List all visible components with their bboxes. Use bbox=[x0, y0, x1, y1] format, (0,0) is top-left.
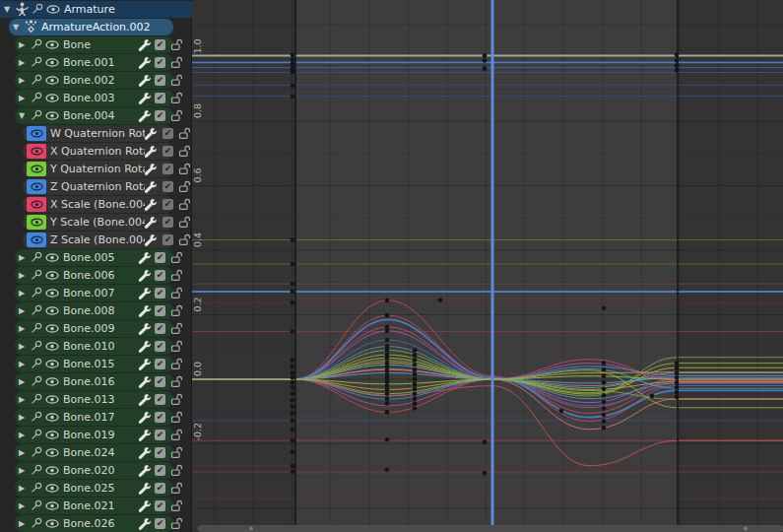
eye-icon[interactable] bbox=[45, 484, 59, 493]
pin-icon[interactable] bbox=[31, 38, 42, 50]
channel-row-bone[interactable]: ▶Bone.015✔ bbox=[15, 356, 173, 372]
channel-color-badge[interactable] bbox=[27, 162, 46, 176]
keyframe-dot[interactable] bbox=[385, 391, 390, 396]
eye-icon[interactable] bbox=[45, 413, 59, 422]
scrollbar-zoom-handle[interactable] bbox=[744, 527, 748, 531]
keyframe-dot[interactable] bbox=[385, 344, 390, 349]
mute-checkbox[interactable]: ✔ bbox=[155, 323, 165, 334]
lock-open-icon[interactable] bbox=[170, 340, 182, 353]
expand-icon[interactable]: ▶ bbox=[15, 306, 29, 315]
eye-icon[interactable] bbox=[31, 147, 43, 156]
modifier-wrench-icon[interactable] bbox=[138, 499, 151, 512]
keyframe-dot[interactable] bbox=[385, 371, 390, 376]
keyframe-dot[interactable] bbox=[675, 385, 680, 390]
keyframe-dot[interactable] bbox=[413, 353, 418, 358]
keyframe-dot[interactable] bbox=[483, 53, 488, 58]
keyframe-dot[interactable] bbox=[483, 66, 488, 71]
pin-icon[interactable] bbox=[31, 446, 42, 458]
modifier-wrench-icon[interactable] bbox=[138, 74, 151, 87]
keyframe-dot[interactable] bbox=[385, 325, 390, 330]
channel-color-badge[interactable] bbox=[27, 126, 46, 141]
channel-row-bone[interactable]: ▼Bone.004✔ bbox=[15, 107, 173, 124]
keyframe-dot[interactable] bbox=[602, 426, 607, 431]
channel-row-bone[interactable]: ▶Bone.025✔ bbox=[15, 480, 173, 497]
keyframe-dot[interactable] bbox=[385, 396, 390, 401]
modifier-wrench-icon[interactable] bbox=[138, 375, 151, 388]
keyframe-dot[interactable] bbox=[291, 262, 295, 267]
keyframe-dot[interactable] bbox=[675, 58, 680, 63]
keyframe-dot[interactable] bbox=[602, 361, 607, 366]
keyframe-dot[interactable] bbox=[291, 282, 295, 287]
lock-open-icon[interactable] bbox=[170, 109, 182, 122]
channel-row-fcurve[interactable]: Z Quaternion Rotation✔ bbox=[23, 178, 173, 195]
eye-icon[interactable] bbox=[45, 271, 59, 280]
keyframe-dot[interactable] bbox=[413, 358, 418, 363]
keyframe-dot[interactable] bbox=[385, 361, 390, 366]
channel-color-badge[interactable] bbox=[27, 215, 46, 230]
expand-icon[interactable]: ▶ bbox=[15, 76, 29, 85]
keyframe-dot[interactable] bbox=[675, 370, 680, 375]
expand-icon[interactable]: ▶ bbox=[15, 484, 29, 493]
keyframe-dot[interactable] bbox=[385, 368, 390, 373]
pin-icon[interactable] bbox=[31, 411, 42, 423]
modifier-wrench-icon[interactable] bbox=[144, 216, 157, 229]
keyframe-dot[interactable] bbox=[291, 449, 295, 454]
keyframe-dot[interactable] bbox=[291, 391, 295, 396]
keyframe-dot[interactable] bbox=[413, 391, 418, 396]
keyframe-dot[interactable] bbox=[602, 380, 607, 385]
expand-icon[interactable]: ▶ bbox=[15, 466, 29, 475]
lock-open-icon[interactable] bbox=[170, 38, 182, 51]
mute-checkbox[interactable]: ✔ bbox=[155, 75, 165, 86]
mute-checkbox[interactable]: ✔ bbox=[155, 412, 165, 423]
keyframe-dot[interactable] bbox=[602, 393, 607, 398]
keyframe-dot[interactable] bbox=[291, 53, 295, 58]
channel-row-bone[interactable]: ▶Bone.001✔ bbox=[15, 54, 173, 71]
mute-checkbox[interactable]: ✔ bbox=[155, 39, 165, 50]
keyframe-dot[interactable] bbox=[291, 411, 295, 416]
mute-checkbox[interactable]: ✔ bbox=[155, 93, 165, 103]
mute-checkbox[interactable]: ✔ bbox=[163, 146, 173, 157]
lock-open-icon[interactable] bbox=[178, 163, 190, 175]
eye-icon[interactable] bbox=[45, 377, 59, 386]
channel-row-bone[interactable]: ▶Bone.026✔ bbox=[15, 515, 173, 532]
keyframe-dot[interactable] bbox=[291, 419, 295, 424]
eye-icon[interactable] bbox=[45, 431, 59, 439]
channel-row-bone[interactable]: ▶Bone✔ bbox=[15, 36, 173, 53]
mute-checkbox[interactable]: ✔ bbox=[155, 252, 165, 263]
pin-icon[interactable] bbox=[31, 269, 42, 281]
lock-open-icon[interactable] bbox=[178, 216, 190, 229]
pin-icon[interactable] bbox=[31, 74, 42, 86]
expand-icon[interactable]: ▶ bbox=[15, 253, 29, 262]
pin-icon[interactable] bbox=[31, 499, 42, 511]
lock-open-icon[interactable] bbox=[178, 180, 190, 193]
lock-open-icon[interactable] bbox=[170, 74, 182, 87]
mute-checkbox[interactable]: ✔ bbox=[163, 181, 173, 192]
mute-checkbox[interactable]: ✔ bbox=[163, 199, 173, 210]
modifier-wrench-icon[interactable] bbox=[138, 56, 151, 69]
pin-icon[interactable] bbox=[31, 340, 42, 352]
mute-checkbox[interactable]: ✔ bbox=[155, 500, 165, 511]
pin-icon[interactable] bbox=[31, 251, 42, 263]
keyframe-dot[interactable] bbox=[413, 367, 418, 372]
expand-icon[interactable]: ▶ bbox=[15, 324, 29, 333]
eye-icon[interactable] bbox=[45, 448, 59, 457]
keyframe-dot[interactable] bbox=[413, 382, 418, 387]
channel-color-badge[interactable] bbox=[27, 233, 46, 247]
keyframe-dot[interactable] bbox=[291, 70, 295, 75]
keyframe-dot[interactable] bbox=[483, 471, 488, 476]
eye-icon[interactable] bbox=[31, 165, 43, 173]
keyframe-dot[interactable] bbox=[413, 406, 418, 411]
channel-row-bone[interactable]: ▶Bone.021✔ bbox=[15, 498, 173, 514]
channel-row-fcurve[interactable]: Y Scale (Bone.004)✔ bbox=[23, 214, 173, 231]
modifier-wrench-icon[interactable] bbox=[138, 109, 151, 122]
keyframe-dot[interactable] bbox=[602, 306, 607, 311]
lock-open-icon[interactable] bbox=[170, 92, 182, 104]
eye-icon[interactable] bbox=[45, 289, 59, 298]
modifier-wrench-icon[interactable] bbox=[138, 251, 151, 264]
mute-checkbox[interactable]: ✔ bbox=[155, 447, 165, 458]
keyframe-dot[interactable] bbox=[385, 329, 390, 334]
keyframe-dot[interactable] bbox=[559, 409, 564, 414]
channel-row-bone[interactable]: ▶Bone.017✔ bbox=[15, 409, 173, 426]
keyframe-dot[interactable] bbox=[413, 401, 418, 406]
keyframe-dot[interactable] bbox=[291, 94, 295, 99]
